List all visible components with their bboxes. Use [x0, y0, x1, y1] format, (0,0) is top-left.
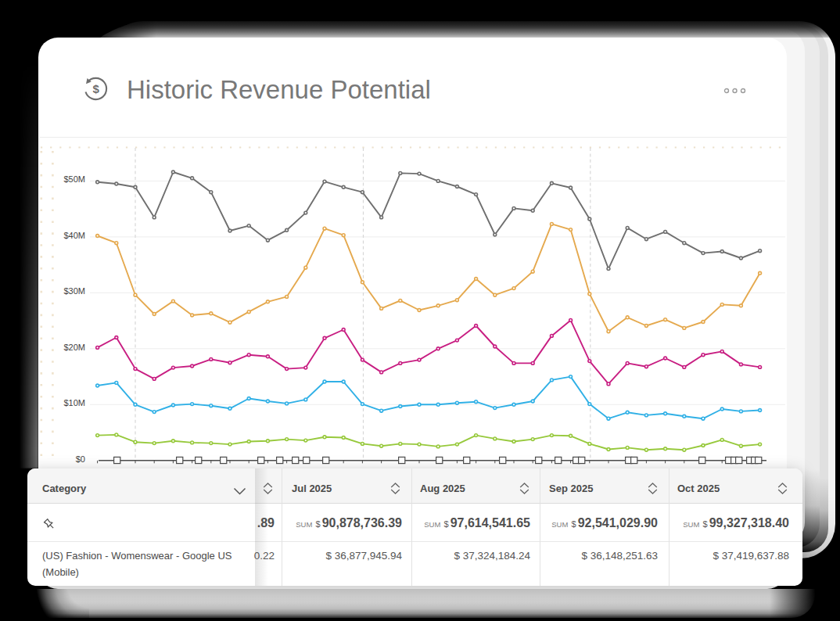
svg-text:$30M: $30M [63, 286, 85, 296]
svg-text:$40M: $40M [63, 231, 85, 240]
svg-text:$10M: $10M [63, 398, 85, 407]
svg-text:$0: $0 [76, 454, 85, 464]
svg-text:$20M: $20M [63, 343, 85, 352]
svg-text:$: $ [93, 82, 100, 95]
svg-text:$50M: $50M [63, 174, 85, 184]
